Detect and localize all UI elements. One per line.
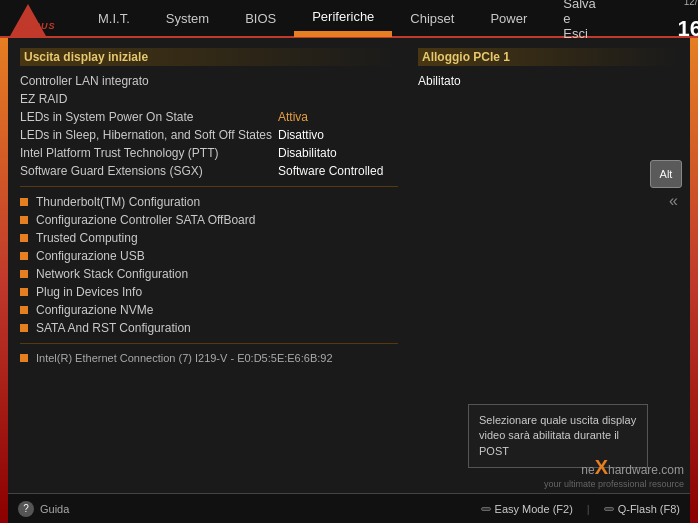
nav-item-power[interactable]: Power (472, 0, 545, 37)
nav-item-bios[interactable]: BIOS (227, 0, 294, 37)
watermark-ne: neXhardware.com (544, 456, 684, 479)
sub-item-label-sata-rst: SATA And RST Configuration (36, 321, 191, 335)
right-value: Abilitato (418, 74, 678, 88)
sub-item-thunderbolt[interactable]: Thunderbolt(TM) Configuration (20, 195, 398, 209)
time-display: 16:21 (614, 18, 698, 40)
setting-label-ezraid: EZ RAID (20, 92, 67, 106)
setting-label-leds-sleep: LEDs in Sleep, Hibernation, and Soft Off… (20, 128, 272, 142)
left-accent-bar (0, 38, 8, 523)
bullet-nvme (20, 306, 28, 314)
aorus-logo-triangle (10, 4, 46, 36)
sub-item-sata-offboard[interactable]: Configurazione Controller SATA OffBoard (20, 213, 398, 227)
bullet-usb (20, 252, 28, 260)
logo-area: AORUS (10, 2, 80, 34)
left-panel: Uscita display iniziale Controller LAN i… (20, 48, 418, 483)
intel-bullet-icon (20, 354, 28, 362)
help-label: Guida (40, 503, 69, 515)
setting-row-lan[interactable]: Controller LAN integrato (20, 74, 398, 88)
bottom-left: ? Guida (18, 501, 69, 517)
setting-value-ptt: Disabilitato (278, 146, 398, 160)
setting-value-sgx: Software Controlled (278, 164, 398, 178)
qflash-badge (604, 507, 614, 511)
top-bar: AORUS M.I.T. System BIOS Periferiche Chi… (0, 0, 698, 38)
setting-label-sgx: Software Guard Extensions (SGX) (20, 164, 203, 178)
setting-row-leds-power[interactable]: LEDs in System Power On State Attiva (20, 110, 398, 124)
nav-item-mit[interactable]: M.I.T. (80, 0, 148, 37)
bullet-trusted (20, 234, 28, 242)
sub-item-label-usb: Configurazione USB (36, 249, 145, 263)
bottom-key-easy-mode[interactable]: Easy Mode (F2) (481, 503, 573, 515)
separator: | (587, 503, 590, 515)
bottom-bar: ? Guida Easy Mode (F2) | Q-Flash (F8) (8, 493, 690, 523)
right-accent-bar (690, 38, 698, 523)
nav-item-periferiche[interactable]: Periferiche (294, 0, 392, 37)
divider-1 (20, 186, 398, 187)
easy-mode-badge (481, 507, 491, 511)
setting-label-ptt: Intel Platform Trust Technology (PTT) (20, 146, 219, 160)
intel-note: Intel(R) Ethernet Connection (7) I219-V … (20, 352, 398, 364)
help-icon[interactable]: ? (18, 501, 34, 517)
watermark-sub: your ultimate professional resource (544, 479, 684, 489)
nav-item-chipset[interactable]: Chipset (392, 0, 472, 37)
nav-item-salva[interactable]: Salva e Esci (545, 0, 614, 37)
qflash-label: Q-Flash (F8) (618, 503, 680, 515)
sub-item-sata-rst[interactable]: SATA And RST Configuration (20, 321, 398, 335)
nav-menu: M.I.T. System BIOS Periferiche Chipset P… (80, 0, 614, 37)
setting-value-leds-sleep: Disattivo (278, 128, 398, 142)
divider-2 (20, 343, 398, 344)
sub-item-nvme[interactable]: Configurazione NVMe (20, 303, 398, 317)
sub-item-label-nvme: Configurazione NVMe (36, 303, 153, 317)
sub-item-label-thunderbolt: Thunderbolt(TM) Configuration (36, 195, 200, 209)
right-section-header: Alloggio PCIe 1 (418, 48, 678, 66)
sub-item-network[interactable]: Network Stack Configuration (20, 267, 398, 281)
setting-value-leds-power: Attiva (278, 110, 398, 124)
bullet-sata-offboard (20, 216, 28, 224)
sub-item-trusted[interactable]: Trusted Computing (20, 231, 398, 245)
setting-label-leds-power: LEDs in System Power On State (20, 110, 193, 124)
bullet-sata-rst (20, 324, 28, 332)
bullet-plug-devices (20, 288, 28, 296)
sub-item-label-plug-devices: Plug in Devices Info (36, 285, 142, 299)
bullet-network (20, 270, 28, 278)
alt-button[interactable]: Alt (650, 160, 682, 188)
nav-item-system[interactable]: System (148, 0, 227, 37)
bottom-key-qflash[interactable]: Q-Flash (F8) (604, 503, 680, 515)
aorus-logo-text: AORUS (18, 21, 56, 31)
date-display: 12/09/2018 (614, 0, 698, 7)
left-section-header: Uscita display iniziale (20, 48, 398, 66)
intel-label: Intel(R) Ethernet Connection (7) I219-V … (36, 352, 333, 364)
sub-item-label-trusted: Trusted Computing (36, 231, 138, 245)
setting-row-ezraid[interactable]: EZ RAID (20, 92, 398, 106)
sub-item-usb[interactable]: Configurazione USB (20, 249, 398, 263)
easy-mode-label: Easy Mode (F2) (495, 503, 573, 515)
setting-row-leds-sleep[interactable]: LEDs in Sleep, Hibernation, and Soft Off… (20, 128, 398, 142)
setting-row-sgx[interactable]: Software Guard Extensions (SGX) Software… (20, 164, 398, 178)
setting-label-lan: Controller LAN integrato (20, 74, 149, 88)
bottom-right: Easy Mode (F2) | Q-Flash (F8) (481, 503, 680, 515)
watermark-x: X (595, 456, 608, 478)
sub-item-plug-devices[interactable]: Plug in Devices Info (20, 285, 398, 299)
watermark: neXhardware.com your ultimate profession… (544, 456, 684, 489)
sub-item-label-network: Network Stack Configuration (36, 267, 188, 281)
sub-item-label-sata-offboard: Configurazione Controller SATA OffBoard (36, 213, 255, 227)
double-chevron-icon[interactable]: « (669, 192, 678, 210)
setting-row-ptt[interactable]: Intel Platform Trust Technology (PTT) Di… (20, 146, 398, 160)
datetime-display: 12/09/2018 Sunday 16:21 (614, 0, 698, 40)
bullet-thunderbolt (20, 198, 28, 206)
tooltip-text: Selezionare quale uscita display video s… (479, 414, 636, 457)
